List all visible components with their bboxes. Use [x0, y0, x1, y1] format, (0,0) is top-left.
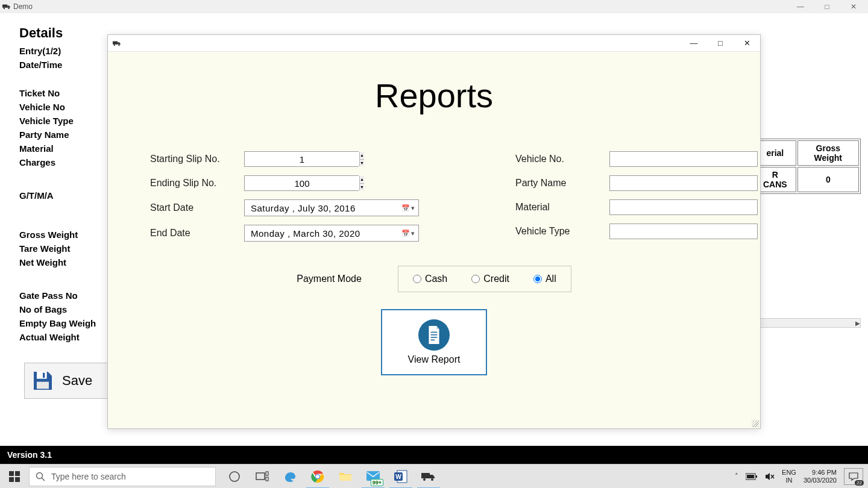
language-indicator[interactable]: ENGIN [782, 469, 796, 483]
background-data-table: erial Gross Weight R CANS 0 [752, 139, 861, 194]
calendar-icon: 📅 [401, 230, 410, 237]
svg-point-25 [316, 475, 319, 478]
svg-rect-20 [256, 473, 265, 480]
modal-close-button[interactable]: ✕ [734, 35, 760, 52]
view-report-button[interactable]: View Report [381, 309, 487, 375]
notification-count: 22 [855, 480, 864, 486]
search-icon [36, 472, 45, 481]
svg-rect-16 [15, 477, 20, 482]
svg-point-1 [4, 8, 5, 9]
mail-app-icon[interactable]: 99+ [359, 465, 387, 489]
svg-line-18 [42, 478, 45, 481]
table-header: Gross Weight [797, 140, 859, 166]
svg-rect-12 [431, 340, 435, 341]
vehicle-type-label: Vehicle Type [515, 226, 600, 237]
svg-rect-3 [37, 372, 47, 379]
svg-point-17 [37, 472, 43, 478]
payment-mode-group: Cash Credit All [398, 266, 571, 292]
svg-rect-13 [9, 471, 14, 476]
modal-heading: Reports [126, 76, 742, 115]
file-explorer-icon[interactable] [332, 465, 359, 489]
party-name-input[interactable] [609, 175, 758, 191]
spinner-up-icon[interactable]: ▲ [360, 152, 364, 160]
svg-rect-9 [431, 332, 438, 333]
modal-minimize-button[interactable]: — [681, 35, 707, 52]
view-report-label: View Report [408, 354, 461, 365]
party-name-label: Party Name [515, 178, 600, 189]
payment-mode-label: Payment Mode [297, 274, 362, 284]
outer-close-button[interactable]: ✕ [840, 0, 867, 13]
battery-icon[interactable] [746, 473, 758, 480]
tray-chevron-up-icon[interactable]: ˄ [735, 472, 738, 480]
svg-rect-11 [431, 337, 438, 338]
reports-modal: — □ ✕ Reports Starting Slip No. ▲▼ [107, 34, 761, 429]
cortana-icon[interactable] [221, 465, 248, 489]
outer-window-titlebar: Demo — □ ✕ [0, 0, 868, 13]
chrome-browser-icon[interactable] [304, 465, 332, 489]
taskbar-search[interactable]: Type here to search [29, 467, 216, 486]
svg-point-33 [431, 478, 433, 481]
svg-rect-0 [2, 5, 7, 8]
payment-cash-label: Cash [425, 274, 447, 284]
payment-credit-label: Credit [483, 274, 509, 284]
svg-point-2 [8, 8, 9, 9]
background-scrollbar[interactable]: ▶ [752, 318, 861, 328]
svg-point-8 [118, 44, 119, 45]
modal-titlebar: — □ ✕ [108, 35, 760, 52]
word-app-icon[interactable]: W [387, 465, 415, 489]
start-date-value: Saturday , July 30, 2016 [251, 203, 356, 213]
taskbar: Type here to search 99+ W ˄ ENGIN 9:46 P… [0, 464, 868, 488]
end-date-label: End Date [150, 228, 234, 239]
end-slip-label: Ending Slip No. [150, 178, 234, 189]
version-bar: Version 3.1 [0, 446, 868, 464]
start-button[interactable] [0, 465, 29, 489]
material-label: Material [515, 202, 600, 213]
notifications-icon[interactable]: 22 [844, 468, 863, 485]
start-slip-label: Starting Slip No. [150, 154, 234, 164]
end-date-value: Monday , March 30, 2020 [251, 228, 360, 239]
vehicle-type-input[interactable] [609, 224, 758, 239]
svg-rect-6 [113, 41, 118, 44]
svg-rect-35 [747, 475, 754, 478]
volume-muted-icon[interactable] [765, 472, 775, 481]
start-date-label: Start Date [150, 202, 234, 213]
svg-rect-5 [37, 382, 49, 389]
chevron-down-icon: ▾ [411, 204, 415, 212]
search-placeholder: Type here to search [51, 472, 126, 481]
svg-rect-10 [431, 334, 438, 336]
outer-maximize-button[interactable]: □ [814, 0, 840, 13]
payment-credit-option[interactable]: Credit [471, 274, 509, 284]
task-view-icon[interactable] [248, 465, 276, 489]
svg-point-7 [114, 44, 115, 45]
clock[interactable]: 9:46 PM30/03/2020 [804, 469, 837, 483]
svg-rect-22 [266, 477, 268, 481]
svg-rect-15 [9, 477, 14, 482]
end-date-picker[interactable]: Monday , March 30, 2020 📅▾ [244, 225, 419, 242]
spinner-down-icon[interactable]: ▼ [360, 160, 364, 167]
spinner-down-icon[interactable]: ▼ [360, 184, 364, 191]
app-truck-icon[interactable] [415, 465, 442, 489]
report-document-icon [418, 319, 450, 351]
payment-all-option[interactable]: All [533, 274, 556, 284]
edge-browser-icon[interactable] [276, 465, 304, 489]
svg-rect-31 [421, 473, 430, 478]
windows-logo-icon [9, 471, 20, 482]
payment-cash-option[interactable]: Cash [413, 274, 447, 284]
spinner-up-icon[interactable]: ▲ [360, 176, 364, 184]
outer-minimize-button[interactable]: — [787, 0, 814, 13]
svg-rect-36 [756, 475, 757, 478]
save-button[interactable]: Save [24, 363, 118, 399]
version-text: Version 3.1 [7, 450, 52, 460]
material-input[interactable] [609, 199, 758, 215]
end-slip-input[interactable]: ▲▼ [244, 175, 359, 191]
svg-rect-4 [43, 373, 45, 378]
modal-maximize-button[interactable]: □ [707, 35, 734, 52]
svg-text:W: W [395, 474, 401, 480]
vehicle-no-input[interactable] [609, 151, 758, 167]
table-row: R CANS 0 [754, 167, 859, 192]
start-slip-input[interactable]: ▲▼ [244, 151, 359, 167]
payment-all-label: All [546, 274, 556, 284]
system-tray: ˄ ENGIN 9:46 PM30/03/2020 22 [735, 468, 868, 485]
start-date-picker[interactable]: Saturday , July 30, 2016 📅▾ [244, 199, 419, 216]
resize-grip-icon[interactable] [752, 420, 759, 427]
